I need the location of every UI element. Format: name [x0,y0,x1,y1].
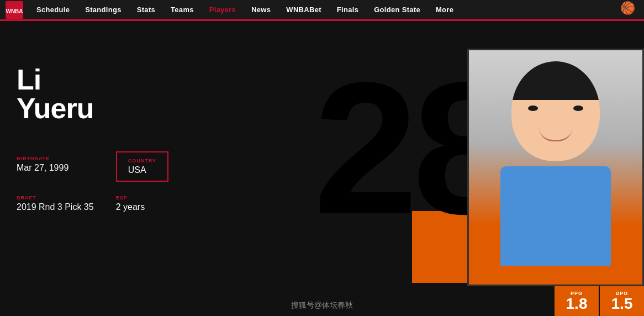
watermark: 搜狐号@体坛春秋 [291,301,353,310]
birthdate-value: Mar 27, 1999 [17,163,94,173]
nav-finals[interactable]: Finals [329,0,366,20]
face-smile [539,128,572,141]
ppg-block: PPG 1.8 [555,286,599,316]
nav-stats[interactable]: Stats [129,0,163,20]
nav-golden-state[interactable]: Golden State [366,0,428,20]
player-name: Li Yueru [17,65,193,123]
ppg-value: 1.8 [564,296,589,312]
nav-teams[interactable]: Teams [163,0,202,20]
bottom-scores: PPG 1.8 BPG 1.5 [555,286,644,316]
nav-items: Schedule Standings Stats Teams Players N… [29,0,616,20]
nav-wnbabet[interactable]: WNBABet [278,0,329,20]
face-hair [511,61,600,100]
right-eye [573,106,583,111]
country-box: COUNTRY USA [116,151,168,182]
exp-label: EXP [116,195,193,201]
draft-label: DRAFT [17,195,94,201]
birthdate-label: BIRTHDATE [17,156,94,161]
country-value: USA [128,165,156,175]
exp-stat: EXP 2 years [116,195,193,212]
player-photo [467,49,644,286]
face-simulation [469,50,642,285]
nav-schedule[interactable]: Schedule [29,0,77,20]
main-content: 28 Li Yueru [0,21,644,316]
player-photo-bg [467,49,644,286]
wnba-logo[interactable]: WNBA [6,1,23,19]
navbar: WNBA Schedule Standings Stats Teams Play… [0,0,644,21]
bpg-value: 1.5 [610,296,634,312]
player-last-name: Yueru [17,94,193,123]
svg-text:WNBA: WNBA [6,8,23,14]
birthdate-stat: BIRTHDATE Mar 27, 1999 [17,156,94,182]
country-label: COUNTRY [128,158,156,164]
draft-value: 2019 Rnd 3 Pick 35 [17,202,94,212]
stats-grid: BIRTHDATE Mar 27, 1999 COUNTRY USA DRAFT… [17,156,193,212]
wnba-logo-right: 🏀 [616,0,638,20]
bpg-block: BPG 1.5 [600,286,644,316]
jersey [500,166,611,266]
nav-standings[interactable]: Standings [77,0,129,20]
country-stat: COUNTRY USA [116,156,193,182]
face-eyes [528,106,583,111]
exp-value: 2 years [116,202,193,212]
face-head [511,61,600,161]
draft-stat: DRAFT 2019 Rnd 3 Pick 35 [17,195,94,212]
svg-text:🏀: 🏀 [620,1,636,15]
left-eye [528,106,538,111]
player-first-name: Li [17,65,193,94]
nav-players[interactable]: Players [202,0,244,20]
nav-news[interactable]: News [244,0,278,20]
player-info: Li Yueru BIRTHDATE Mar 27, 1999 COUNTRY … [17,65,193,212]
nav-more[interactable]: More [428,0,461,20]
